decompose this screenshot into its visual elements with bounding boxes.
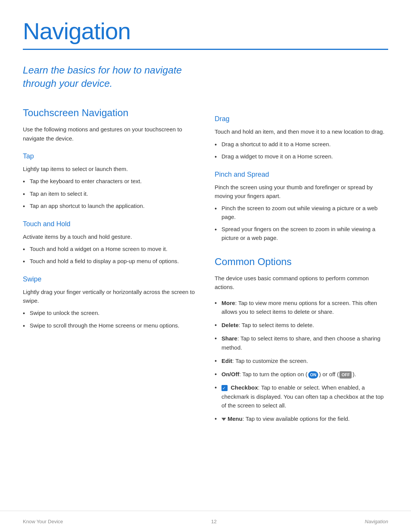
list-item: Touch and hold a field to display a pop-… (23, 257, 196, 266)
common-options-desc: The device uses basic command options to… (215, 274, 388, 292)
checkbox-icon (221, 385, 228, 391)
on-badge: ON (308, 371, 319, 379)
intro-tagline: Learn the basics for how to navigate thr… (23, 64, 198, 90)
tap-bullets: Tap the keyboard to enter characters or … (23, 177, 196, 211)
touch-hold-desc: Activate items by a touch and hold gestu… (23, 232, 196, 241)
onoff-mid: ) or off ( (319, 371, 339, 377)
term-edit: Edit (221, 358, 232, 364)
tap-title: Tap (23, 151, 196, 161)
common-options-title: Common Options (215, 254, 388, 269)
tap-desc: Lightly tap items to select or launch th… (23, 165, 196, 173)
footer-page-number: 12 (211, 518, 217, 526)
pinch-bullets: Pinch the screen to zoom out while viewi… (215, 204, 388, 242)
list-item: Tap an item to select it. (23, 190, 196, 198)
term-checkbox: Checkbox (229, 384, 258, 391)
title-divider (23, 49, 388, 50)
list-item: On/Off: Tap to turn the option on (ON) o… (215, 370, 388, 379)
list-item: Tap the keyboard to enter characters or … (23, 177, 196, 186)
list-item: Swipe to unlock the screen. (23, 309, 196, 318)
list-item: Menu: Tap to view available options for … (215, 414, 388, 423)
more-text: : Tap to view more menu options for a sc… (221, 300, 377, 315)
footer-right: Navigation (365, 518, 388, 526)
drag-bullets: Drag a shortcut to add it to a Home scre… (215, 140, 388, 161)
swipe-desc: Lightly drag your finger vertically or h… (23, 288, 196, 305)
term-menu: Menu (228, 415, 242, 422)
menu-text: : Tap to view available options for the … (242, 415, 350, 422)
touch-hold-title: Touch and Hold (23, 219, 196, 229)
share-text: : Tap to select items to share, and then… (221, 335, 381, 350)
list-item: Checkbox: Tap to enable or select. When … (215, 383, 388, 410)
list-item: More: Tap to view more menu options for … (215, 299, 388, 316)
touchscreen-section-desc: Use the following motions and gestures o… (23, 125, 196, 143)
list-item: Drag a widget to move it on a Home scree… (215, 152, 388, 161)
pinch-desc: Pinch the screen using your thumb and fo… (215, 183, 388, 201)
swipe-bullets: Swipe to unlock the screen. Swipe to scr… (23, 309, 196, 330)
list-item: Share: Tap to select items to share, and… (215, 334, 388, 352)
swipe-title: Swipe (23, 274, 196, 284)
page-container: Navigation Learn the basics for how to n… (0, 0, 411, 458)
touch-hold-bullets: Touch and hold a widget on a Home screen… (23, 245, 196, 266)
off-badge: OFF (339, 371, 352, 379)
list-item: Pinch the screen to zoom out while viewi… (215, 204, 388, 221)
term-onoff: On/Off (221, 371, 239, 377)
right-column: Drag Touch and hold an item, and then mo… (215, 105, 388, 428)
drag-desc: Touch and hold an item, and then move it… (215, 127, 388, 136)
list-item: Touch and hold a widget on a Home screen… (23, 245, 196, 254)
drag-title: Drag (215, 114, 388, 124)
common-options-list: More: Tap to view more menu options for … (215, 299, 388, 423)
list-item: Swipe to scroll through the Home screens… (23, 321, 196, 330)
onoff-end: ). (352, 371, 356, 377)
touchscreen-navigation-section: Touchscreen Navigation Use the following… (23, 105, 196, 330)
term-share: Share (221, 335, 237, 342)
footer-left: Know Your Device (23, 518, 63, 526)
common-options-section: Common Options The device uses basic com… (215, 254, 388, 423)
edit-text: : Tap to customize the screen. (232, 358, 308, 364)
list-item: Edit: Tap to customize the screen. (215, 356, 388, 365)
term-delete: Delete (221, 322, 239, 328)
onoff-text: : Tap to turn the option on ( (239, 371, 307, 377)
list-item: Drag a shortcut to add it to a Home scre… (215, 140, 388, 149)
dropdown-icon (221, 418, 226, 421)
list-item: Spread your fingers on the screen to zoo… (215, 225, 388, 242)
term-more: More (221, 300, 235, 306)
touchscreen-section-title: Touchscreen Navigation (23, 105, 196, 120)
pinch-title: Pinch and Spread (215, 169, 388, 180)
left-column: Touchscreen Navigation Use the following… (23, 105, 196, 334)
page-title: Navigation (23, 18, 388, 44)
list-item: Tap an app shortcut to launch the applic… (23, 202, 196, 211)
two-col-layout: Touchscreen Navigation Use the following… (23, 105, 388, 428)
page-footer: Know Your Device 12 Navigation (0, 511, 411, 532)
list-item: Delete: Tap to select items to delete. (215, 321, 388, 329)
delete-text: : Tap to select items to delete. (239, 322, 314, 328)
